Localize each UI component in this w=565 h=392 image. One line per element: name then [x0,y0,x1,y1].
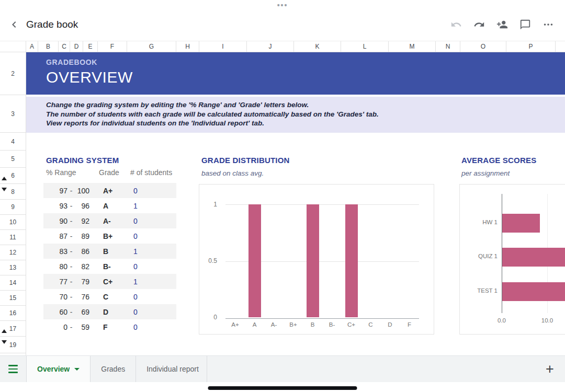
column-header-P[interactable]: P [506,41,556,52]
row-header-3[interactable]: 3 [0,95,26,133]
row-header-16[interactable]: 16 [0,306,26,321]
sheet-tab-overview[interactable]: Overview [26,356,91,382]
overflow-menu-button[interactable] [537,13,560,36]
spreadsheet-grid: ABCDEFGHIJKLMNOP 23456891011121314151617… [0,41,565,355]
row-header-14[interactable]: 14 [0,275,26,291]
average-scores-title: AVERAGE SCORES [461,156,536,165]
row-header-12[interactable]: 12 [0,245,26,260]
distribution-column-B- [322,204,342,317]
column-header-M[interactable]: M [389,41,436,52]
grading-row-A[interactable]: 93-96A1 [43,198,176,213]
distribution-subtitle: based on class avg. [201,169,264,177]
distribution-plot [225,204,419,317]
range-from: 97 [48,187,67,195]
all-sheets-button[interactable] [0,356,26,382]
range-dash: - [67,293,75,301]
range-dash: - [67,323,75,331]
range-to: 82 [75,262,89,271]
distribution-column-B [303,204,322,317]
unhide-rows-down-icon[interactable] [2,188,7,191]
student-count: 1 [133,278,138,286]
add-sheet-button[interactable]: + [535,356,565,382]
column-header-N[interactable]: N [436,41,460,52]
comment-icon [519,19,531,30]
comments-button[interactable] [514,13,537,36]
row-header-2[interactable]: 2 [0,52,26,95]
sheet-tab-individual-report[interactable]: Individual report [136,356,207,382]
row-header-9[interactable]: 9 [0,200,26,215]
row-header-10[interactable]: 10 [0,215,26,230]
column-header-F[interactable]: F [98,41,127,52]
home-indicator[interactable] [208,386,357,390]
column-header-O[interactable]: O [460,41,506,52]
app-bar-actions [445,13,560,36]
banner-title: OVERVIEW [46,68,565,86]
column-header-D[interactable]: D [70,41,83,52]
unhide-rows-down-icon[interactable] [2,340,7,344]
student-count: 1 [133,202,138,210]
range-from: 60 [48,308,67,316]
column-header-B[interactable]: B [38,41,59,52]
range-dash: - [67,308,75,316]
grading-row-C+[interactable]: 77-79C+1 [43,274,176,289]
row-header-13[interactable]: 13 [0,260,26,275]
avg-bar-hw-1 [502,214,540,233]
column-header-L[interactable]: L [341,41,389,52]
row-headers: 2345689101112131415161719 [0,52,26,355]
row-header-8[interactable]: 8 [0,184,26,200]
grading-row-B[interactable]: 83-86B1 [43,244,176,259]
column-header-C[interactable]: C [59,41,70,52]
distribution-xlabels: A+AA-B+BB-C+CDF [225,321,419,330]
column-header-H[interactable]: H [176,41,199,52]
x-label-A+: A+ [225,321,245,330]
distribution-column-C [361,204,380,317]
grading-row-F[interactable]: 0-59F0 [43,319,176,335]
range-to: 96 [75,202,89,210]
undo-button[interactable] [445,13,468,36]
grade-letter: B+ [103,232,119,240]
row-header-4[interactable]: 4 [0,133,26,151]
row-header-11[interactable]: 11 [0,230,26,245]
grading-row-A+[interactable]: 97-100A+0 [43,183,176,198]
unhide-rows-up-icon[interactable] [2,329,7,333]
instructions-panel: Change the grading system by editing the… [26,97,565,133]
sheet-tab-bar: OverviewGradesIndividual report + [0,355,565,382]
column-header-A[interactable]: A [26,41,38,52]
sheet-tab-grades[interactable]: Grades [91,356,136,382]
row-header-17[interactable]: 17 [0,321,26,337]
x-label-A-: A- [264,321,284,330]
range-from: 87 [48,232,67,240]
grading-row-A-[interactable]: 90-92A-0 [43,213,176,228]
document-title[interactable]: Grade book [26,19,78,30]
unhide-rows-up-icon[interactable] [2,177,7,180]
column-header-E[interactable]: E [83,41,98,52]
grading-row-B+[interactable]: 87-89B+0 [43,228,176,244]
student-count: 0 [133,232,138,240]
grading-row-D[interactable]: 60-69D0 [43,304,176,319]
back-button[interactable] [2,13,26,37]
row-header-15[interactable]: 15 [0,291,26,306]
grade-distribution-chart[interactable]: 10.50 A+AA-B+BB-C+CDF [199,184,434,335]
student-count: 0 [133,308,138,316]
grading-row-C[interactable]: 70-76C0 [43,289,176,304]
column-headers: ABCDEFGHIJKLMNOP [26,41,565,52]
column-header-I[interactable]: I [199,41,247,52]
distribution-column-F [400,204,419,317]
column-header-K[interactable]: K [294,41,341,52]
column-header-G[interactable]: G [127,41,176,52]
avg-label-test-1: TEST 1 [460,287,498,294]
spreadsheet-canvas[interactable]: GRADEBOOK OVERVIEW Change the grading sy… [26,52,565,355]
row-header-5[interactable]: 5 [0,151,26,168]
select-all-corner[interactable] [0,41,26,52]
redo-button[interactable] [468,13,491,36]
range-from: 93 [48,202,67,210]
student-count: 0 [133,262,138,271]
instruction-line: Change the grading system by editing the… [46,100,565,110]
row-header-6[interactable]: 6 [0,168,26,184]
grading-row-B-[interactable]: 80-82B-0 [43,259,176,274]
share-button[interactable] [491,13,514,36]
average-scores-chart[interactable]: HW 1QUIZ 1TEST 1 0.0 10.0 [459,184,565,335]
bar-A [248,204,261,317]
column-header-J[interactable]: J [247,41,294,52]
row-header-19[interactable]: 19 [0,337,26,353]
